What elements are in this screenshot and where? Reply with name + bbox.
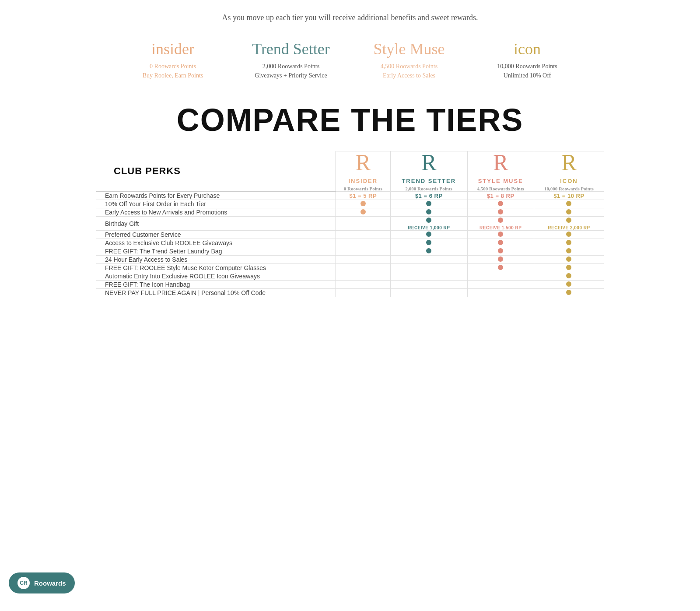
dot-icon-10 [566, 281, 571, 287]
perk-cell-icon-7 [534, 256, 604, 264]
perk-cell-icon-5 [534, 239, 604, 247]
perk-label-11: NEVER PAY FULL PRICE AGAIN | Personal 10… [96, 289, 336, 297]
perk-cell-stylemuse-4 [467, 231, 534, 239]
perk-cell-stylemuse-11 [467, 289, 534, 297]
top-tagline: As you move up each tier you will receiv… [96, 0, 604, 31]
perk-row-2: Early Access to New Arrivals and Promoti… [96, 208, 604, 217]
tier-script-stylemuse: Style Muse [373, 40, 444, 58]
perk-cell-trendsetter-1 [390, 200, 467, 208]
dot-icon-6 [566, 248, 571, 253]
perk-row-10: FREE GIFT: The Icon Handbag [96, 281, 604, 289]
perk-cell-trendsetter-10 [390, 281, 467, 289]
dot-insider-1 [360, 201, 366, 206]
tier-script-insider: insider [151, 40, 194, 58]
dot-icon-2 [566, 209, 571, 214]
perk-row-6: FREE GIFT: The Trend Setter Laundry Bag [96, 247, 604, 256]
perk-cell-insider-11 [336, 289, 390, 297]
tier-insider-header: insider 0 Roowards PointsBuy Roolee, Ear… [114, 40, 232, 80]
dot-stylemuse-2 [498, 209, 503, 214]
tier-pts-trendsetter: 2,000 Roowards Points [391, 186, 467, 191]
perk-row-5: Access to Exclusive Club ROOLEE Giveaway… [96, 239, 604, 247]
perk-value-insider-0: $1 = 5 RP [349, 193, 377, 199]
perk-value-stylemuse-0: $1 = 8 RP [487, 193, 514, 199]
perk-cell-stylemuse-8 [467, 264, 534, 272]
perk-row-3: Birthday GiftRECEIVE 1,000 RPRECEIVE 1,5… [96, 217, 604, 231]
r-letter-icon: R [534, 151, 604, 174]
perk-cell-trendsetter-3: RECEIVE 1,000 RP [390, 217, 467, 231]
dot-icon-1 [566, 201, 571, 206]
perk-cell-stylemuse-2 [467, 208, 534, 217]
tier-name-trendsetter: TREND SETTER [391, 178, 467, 184]
dot-trendsetter-5 [426, 240, 431, 245]
perk-cell-icon-6 [534, 247, 604, 256]
tier-points-insider: 0 Roowards PointsBuy Roolee, Earn Points [143, 62, 203, 80]
perk-row-9: Automatic Entry Into Exclusive ROOLEE Ic… [96, 272, 604, 281]
club-perks-header: CLUB PERKS [105, 157, 336, 186]
perk-cell-icon-4 [534, 231, 604, 239]
perk-value-icon-0: $1 = 10 RP [553, 193, 584, 199]
tier-script-trendsetter: Trend Setter [252, 40, 330, 58]
tiers-header: insider 0 Roowards PointsBuy Roolee, Ear… [96, 31, 604, 93]
perk-cell-trendsetter-0: $1 = 6 RP [390, 192, 467, 200]
perk-cell-stylemuse-6 [467, 247, 534, 256]
perk-cell-insider-0: $1 = 5 RP [336, 192, 390, 200]
birthday-note-trendsetter-3: RECEIVE 1,000 RP [391, 225, 467, 230]
perk-cell-icon-8 [534, 264, 604, 272]
perk-label-7: 24 Hour Early Access to Sales [96, 256, 336, 264]
perk-label-2: Early Access to New Arrivals and Promoti… [96, 208, 336, 217]
perk-label-10: FREE GIFT: The Icon Handbag [96, 281, 336, 289]
perk-cell-icon-11 [534, 289, 604, 297]
dot-stylemuse-8 [498, 265, 503, 270]
perk-cell-insider-1 [336, 200, 390, 208]
dot-stylemuse-5 [498, 240, 503, 245]
perk-row-1: 10% Off Your First Order in Each Tier [96, 200, 604, 208]
perk-cell-stylemuse-3: RECEIVE 1,500 RP [467, 217, 534, 231]
dot-icon-9 [566, 273, 571, 278]
perk-label-9: Automatic Entry Into Exclusive ROOLEE Ic… [96, 272, 336, 281]
perk-cell-insider-10 [336, 281, 390, 289]
perk-label-4: Preferred Customer Service [96, 231, 336, 239]
perk-label-8: FREE GIFT: ROOLEE Style Muse Kotor Compu… [96, 264, 336, 272]
perk-row-11: NEVER PAY FULL PRICE AGAIN | Personal 10… [96, 289, 604, 297]
perk-cell-stylemuse-5 [467, 239, 534, 247]
perk-cell-trendsetter-8 [390, 264, 467, 272]
dot-icon-11 [566, 290, 571, 295]
perk-cell-icon-1 [534, 200, 604, 208]
perk-cell-icon-10 [534, 281, 604, 289]
tier-icon-header: icon 10,000 Roowards PointsUnlimited 10%… [468, 40, 586, 80]
perk-cell-trendsetter-4 [390, 231, 467, 239]
dot-stylemuse-6 [498, 248, 503, 253]
dot-trendsetter-6 [426, 248, 431, 253]
tier-name-icon: ICON [534, 178, 604, 184]
comparison-table: CLUB PERKS R INSIDER 0 Roowards Points R… [96, 151, 604, 297]
perk-cell-insider-8 [336, 264, 390, 272]
col-header-trendsetter: R TREND SETTER 2,000 Roowards Points [390, 151, 467, 192]
birthday-note-icon-3: RECEIVE 2,000 RP [534, 225, 604, 230]
perk-cell-trendsetter-6 [390, 247, 467, 256]
perk-cell-insider-7 [336, 256, 390, 264]
tier-name-insider: INSIDER [336, 178, 390, 184]
r-letter-trendsetter: R [391, 151, 467, 174]
dot-trendsetter-2 [426, 209, 431, 214]
compare-title: COMPARE THE TIERS [96, 93, 604, 151]
tier-script-icon: icon [514, 40, 541, 58]
tier-pts-icon: 10,000 Roowards Points [534, 186, 604, 191]
dot-stylemuse-3 [498, 218, 503, 223]
perk-cell-trendsetter-11 [390, 289, 467, 297]
dot-icon-3 [566, 218, 571, 223]
tier-trendsetter-header: Trend Setter 2,000 Roowards PointsGiveaw… [232, 40, 350, 80]
perk-cell-insider-3 [336, 217, 390, 231]
perk-cell-insider-6 [336, 247, 390, 256]
perk-row-7: 24 Hour Early Access to Sales [96, 256, 604, 264]
perk-cell-icon-3: RECEIVE 2,000 RP [534, 217, 604, 231]
perk-cell-icon-0: $1 = 10 RP [534, 192, 604, 200]
perk-row-4: Preferred Customer Service [96, 231, 604, 239]
perk-label-5: Access to Exclusive Club ROOLEE Giveaway… [96, 239, 336, 247]
col-header-icon: R ICON 10,000 Roowards Points [534, 151, 604, 192]
perk-cell-trendsetter-2 [390, 208, 467, 217]
tier-name-stylemuse: STYLE MUSE [468, 178, 534, 184]
perk-cell-stylemuse-9 [467, 272, 534, 281]
perk-cell-stylemuse-0: $1 = 8 RP [467, 192, 534, 200]
dot-stylemuse-1 [498, 201, 503, 206]
tier-pts-insider: 0 Roowards Points [336, 186, 390, 191]
